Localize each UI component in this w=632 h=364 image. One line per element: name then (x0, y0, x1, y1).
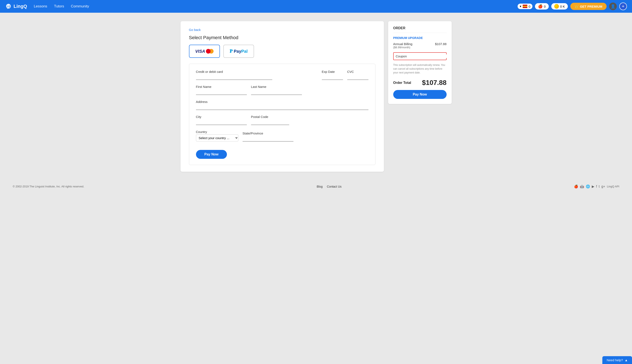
visa-logo: VISA (195, 49, 205, 54)
card-row: Credit or debit card Exp Date CVC (196, 70, 368, 80)
coin-icon (554, 4, 559, 9)
navbar: LQ LingQ Lessons Tutors Community ▾ 0 🍎 … (0, 0, 632, 13)
state-label: State/Province (243, 132, 293, 135)
paypal-payment-card[interactable]: 𝐏 PayPal (223, 45, 254, 58)
card-label: Credit or debit card (196, 70, 318, 74)
cvc-group: CVC (347, 70, 368, 80)
logo-text: LingQ (14, 4, 27, 9)
nav-tutors[interactable]: Tutors (54, 4, 64, 8)
lastname-label: Last Name (251, 85, 302, 88)
cvc-label: CVC (347, 70, 368, 74)
premium-btn-label: GET PREMIUM (580, 5, 602, 8)
facebook-footer-icon: f (596, 185, 597, 188)
coin-count: 0 K (560, 5, 565, 8)
right-panel: ORDER PREMIUM UPGRADE Annual Billing ($8… (388, 21, 452, 104)
address-label: Address (196, 100, 368, 104)
footer-right: 🍎 🤖 🌐 ▶ f t g+ LingQ API (574, 184, 619, 188)
coupon-input[interactable] (409, 54, 449, 58)
payment-methods: VISA 𝐏 PayPal (189, 45, 375, 58)
api-label: LingQ API (607, 185, 619, 188)
city-label: City (196, 115, 247, 118)
firstname-group: First Name (196, 85, 247, 95)
expdate-label: Exp Date (322, 70, 343, 74)
payment-form: Credit or debit card Exp Date CVC First … (189, 64, 375, 165)
expdate-group: Exp Date (322, 70, 343, 80)
premium-upgrade-label: PREMIUM UPGRADE (393, 36, 447, 40)
apple-stat-pill[interactable]: 🍎 0 (535, 3, 548, 10)
lang-count: 0 (529, 5, 530, 8)
state-input[interactable] (243, 136, 293, 142)
chevron-down-icon: ▾ (520, 4, 521, 8)
order-title: ORDER (393, 26, 447, 33)
cvc-input[interactable] (347, 74, 368, 80)
android-footer-icon: 🤖 (580, 184, 584, 188)
nav-links: Lessons Tutors Community (34, 4, 511, 8)
nav-right: ▾ 0 🍎 0 0 K 👑 GET PREMIUM 👤 + (518, 2, 627, 10)
name-row: First Name Last Name (196, 85, 368, 95)
flag-spain (523, 5, 527, 8)
city-input[interactable] (196, 120, 247, 125)
language-pill[interactable]: ▾ 0 (518, 4, 532, 9)
firstname-input[interactable] (196, 89, 247, 95)
googleplus-footer-icon: g+ (601, 185, 605, 188)
main-content: Go back Select Payment Method VISA 𝐏 Pay… (168, 13, 464, 180)
order-total-row: Order Total $107.88 (393, 79, 447, 86)
avatar[interactable]: 👤 (609, 2, 617, 10)
footer-blog-link[interactable]: Blog (317, 185, 323, 188)
lastname-input[interactable] (251, 89, 302, 95)
postal-label: Postal Code (251, 115, 289, 118)
chevron-up-icon: ▲ (624, 358, 628, 362)
page-title: Select Payment Method (189, 35, 375, 40)
form-pay-now-button[interactable]: Pay Now (196, 150, 227, 159)
youtube-footer-icon: ▶ (592, 184, 594, 188)
twitter-footer-icon: t (599, 185, 599, 188)
need-help-button[interactable]: Need help? ▲ (602, 356, 632, 364)
expdate-input[interactable] (322, 74, 343, 80)
footer: © 2002-2019 The Linguist Institute, Inc.… (0, 180, 632, 193)
city-row: City Postal Code (196, 115, 368, 125)
avatar-icon: 👤 (610, 4, 615, 9)
address-group: Address (196, 100, 368, 110)
order-total-label: Order Total (393, 81, 411, 85)
footer-links: Blog Contact Us (317, 185, 342, 188)
renewal-text: This subscription will automatically ren… (393, 63, 447, 74)
card-number-input[interactable] (196, 74, 272, 80)
crown-icon: 👑 (574, 4, 579, 8)
copyright-text: © 2002-2019 The Linguist Institute, Inc.… (13, 185, 84, 188)
billing-price: $107.88 (435, 42, 446, 46)
nav-lessons[interactable]: Lessons (34, 4, 47, 8)
visa-payment-card[interactable]: VISA (189, 45, 220, 58)
billing-label: Annual Billing (393, 42, 412, 46)
billing-row: Annual Billing ($8.99/month) $107.88 (393, 42, 447, 49)
need-help-label: Need help? (606, 358, 623, 362)
nav-community[interactable]: Community (71, 4, 89, 8)
country-select[interactable]: Select your country ... (196, 134, 238, 142)
country-row: Country Select your country ... State/Pr… (196, 130, 368, 142)
country-group: Country Select your country ... (196, 130, 238, 142)
get-premium-button[interactable]: 👑 GET PREMIUM (570, 3, 606, 10)
card-number-group: Credit or debit card (196, 70, 318, 80)
billing-info: Annual Billing ($8.99/month) (393, 42, 412, 49)
billing-sub: ($8.99/month) (393, 46, 412, 49)
footer-contact-link[interactable]: Contact Us (327, 185, 342, 188)
country-label: Country (196, 130, 238, 134)
sidebar-pay-now-button[interactable]: Pay Now (393, 90, 447, 99)
add-button[interactable]: + (619, 2, 627, 10)
postal-group: Postal Code (251, 115, 289, 125)
address-input[interactable] (196, 104, 368, 110)
lastname-group: Last Name (251, 85, 302, 95)
firstname-label: First Name (196, 85, 247, 88)
apple-count: 0 (544, 5, 545, 8)
left-panel: Go back Select Payment Method VISA 𝐏 Pay… (181, 21, 384, 172)
postal-input[interactable] (251, 120, 289, 125)
coin-stat-pill[interactable]: 0 K (551, 3, 568, 10)
address-row: Address (196, 100, 368, 110)
paypal-p-icon: 𝐏 (230, 48, 232, 54)
city-group: City (196, 115, 247, 125)
logo-icon: LQ (5, 3, 12, 10)
go-back-link[interactable]: Go back (189, 28, 375, 32)
paypal-logo: PayPal (234, 49, 248, 54)
chrome-footer-icon: 🌐 (586, 184, 590, 188)
logo[interactable]: LQ LingQ (5, 3, 27, 10)
coupon-label: Coupon (396, 54, 407, 58)
